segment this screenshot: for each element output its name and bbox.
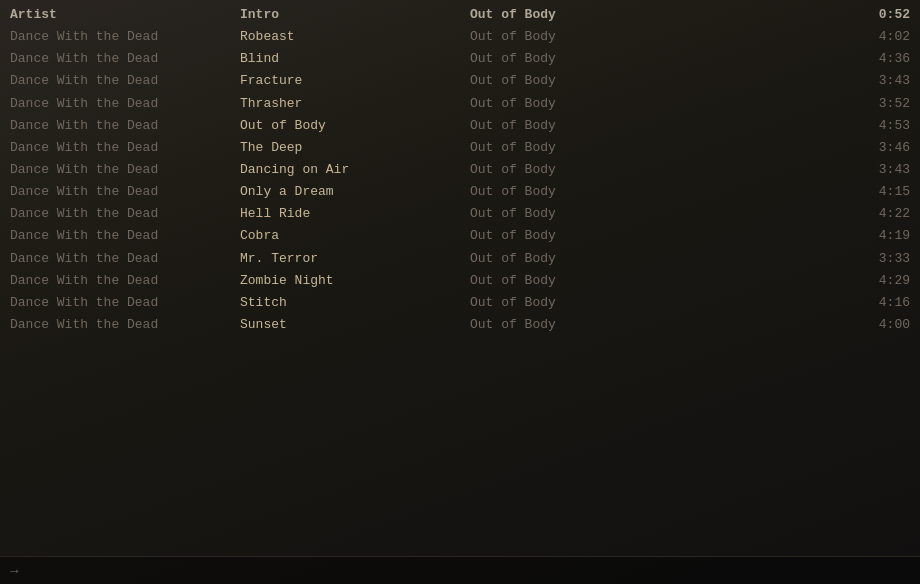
track-row[interactable]: Dance With the DeadBlindOut of Body4:36	[0, 48, 920, 70]
track-album: Out of Body	[470, 226, 700, 246]
track-album: Out of Body	[470, 94, 700, 114]
track-row[interactable]: Dance With the DeadSunsetOut of Body4:00	[0, 314, 920, 336]
track-row[interactable]: Dance With the DeadThrasherOut of Body3:…	[0, 93, 920, 115]
track-title: Blind	[240, 49, 470, 69]
track-title: The Deep	[240, 138, 470, 158]
track-title: Dancing on Air	[240, 160, 470, 180]
track-artist: Dance With the Dead	[10, 94, 240, 114]
track-duration: 4:19	[700, 226, 910, 246]
track-duration: 3:52	[700, 94, 910, 114]
track-row[interactable]: Dance With the DeadHell RideOut of Body4…	[0, 203, 920, 225]
track-album: Out of Body	[470, 271, 700, 291]
track-duration: 4:22	[700, 204, 910, 224]
track-title: Fracture	[240, 71, 470, 91]
track-duration: 3:33	[700, 249, 910, 269]
track-title: Cobra	[240, 226, 470, 246]
track-artist: Dance With the Dead	[10, 293, 240, 313]
track-album: Out of Body	[470, 249, 700, 269]
track-row[interactable]: Dance With the DeadOut of BodyOut of Bod…	[0, 115, 920, 137]
track-artist: Dance With the Dead	[10, 116, 240, 136]
track-artist: Dance With the Dead	[10, 71, 240, 91]
track-row[interactable]: Dance With the DeadMr. TerrorOut of Body…	[0, 248, 920, 270]
header-title: Intro	[240, 5, 470, 25]
track-artist: Dance With the Dead	[10, 49, 240, 69]
track-album: Out of Body	[470, 160, 700, 180]
track-artist: Dance With the Dead	[10, 204, 240, 224]
track-title: Sunset	[240, 315, 470, 335]
track-album: Out of Body	[470, 293, 700, 313]
track-duration: 4:16	[700, 293, 910, 313]
track-row[interactable]: Dance With the DeadDancing on AirOut of …	[0, 159, 920, 181]
track-title: Mr. Terror	[240, 249, 470, 269]
track-row[interactable]: Dance With the DeadRobeastOut of Body4:0…	[0, 26, 920, 48]
track-title: Only a Dream	[240, 182, 470, 202]
bottom-bar: →	[0, 556, 920, 584]
track-artist: Dance With the Dead	[10, 138, 240, 158]
track-title: Robeast	[240, 27, 470, 47]
track-title: Thrasher	[240, 94, 470, 114]
track-duration: 4:36	[700, 49, 910, 69]
track-artist: Dance With the Dead	[10, 315, 240, 335]
track-row[interactable]: Dance With the DeadStitchOut of Body4:16	[0, 292, 920, 314]
track-title: Stitch	[240, 293, 470, 313]
track-duration: 3:43	[700, 160, 910, 180]
track-duration: 4:29	[700, 271, 910, 291]
track-album: Out of Body	[470, 138, 700, 158]
track-row[interactable]: Dance With the DeadOnly a DreamOut of Bo…	[0, 181, 920, 203]
track-artist: Dance With the Dead	[10, 249, 240, 269]
track-artist: Dance With the Dead	[10, 182, 240, 202]
header-artist: Artist	[10, 5, 240, 25]
track-list: Artist Intro Out of Body 0:52 Dance With…	[0, 0, 920, 340]
track-artist: Dance With the Dead	[10, 226, 240, 246]
track-album: Out of Body	[470, 204, 700, 224]
track-artist: Dance With the Dead	[10, 271, 240, 291]
track-row[interactable]: Dance With the DeadFractureOut of Body3:…	[0, 70, 920, 92]
track-album: Out of Body	[470, 315, 700, 335]
track-duration: 3:43	[700, 71, 910, 91]
track-row[interactable]: Dance With the DeadZombie NightOut of Bo…	[0, 270, 920, 292]
track-title: Out of Body	[240, 116, 470, 136]
track-duration: 4:15	[700, 182, 910, 202]
track-artist: Dance With the Dead	[10, 27, 240, 47]
track-duration: 4:00	[700, 315, 910, 335]
arrow-icon: →	[10, 563, 18, 579]
header-duration: 0:52	[700, 5, 910, 25]
track-album: Out of Body	[470, 49, 700, 69]
track-duration: 3:46	[700, 138, 910, 158]
track-title: Hell Ride	[240, 204, 470, 224]
track-album: Out of Body	[470, 182, 700, 202]
track-duration: 4:53	[700, 116, 910, 136]
track-artist: Dance With the Dead	[10, 160, 240, 180]
track-title: Zombie Night	[240, 271, 470, 291]
track-list-header: Artist Intro Out of Body 0:52	[0, 4, 920, 26]
track-row[interactable]: Dance With the DeadCobraOut of Body4:19	[0, 225, 920, 247]
track-row[interactable]: Dance With the DeadThe DeepOut of Body3:…	[0, 137, 920, 159]
header-album: Out of Body	[470, 5, 700, 25]
track-album: Out of Body	[470, 71, 700, 91]
track-album: Out of Body	[470, 27, 700, 47]
track-duration: 4:02	[700, 27, 910, 47]
track-album: Out of Body	[470, 116, 700, 136]
